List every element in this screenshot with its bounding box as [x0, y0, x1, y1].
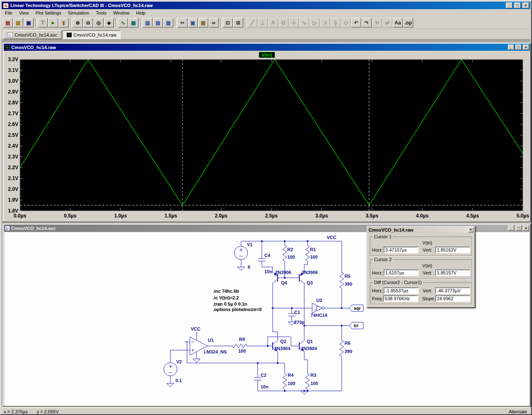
component-label[interactable]: 100 [310, 254, 318, 259]
component-label[interactable]: R5 [345, 274, 350, 279]
component-label[interactable]: Q2 [280, 339, 286, 344]
component-label[interactable]: 390 [345, 282, 352, 287]
component-label[interactable]: 74HC14 [310, 313, 328, 318]
place-inductor-icon[interactable]: ∿ [299, 18, 309, 27]
component-label[interactable]: Q1 [307, 339, 313, 344]
component-label[interactable]: V2 [176, 359, 182, 364]
component-label[interactable]: 2N3904 [301, 346, 317, 351]
component-label[interactable]: C1 [294, 310, 300, 315]
component-label[interactable]: LM324_NS [204, 349, 227, 354]
voltage-source-symbol[interactable] [234, 246, 248, 259]
wire[interactable] [262, 261, 273, 267]
open-file-icon[interactable]: ▨ [13, 18, 23, 27]
voltage-source-symbol[interactable] [164, 363, 177, 376]
wire[interactable] [340, 272, 344, 288]
component-label[interactable]: R6 [345, 341, 350, 346]
save-icon[interactable]: ▣ [24, 18, 34, 27]
spice-directive-text[interactable]: .options plotwinsize=0 [213, 307, 262, 312]
menu-simulation[interactable]: Simulation [64, 10, 92, 16]
restore-button[interactable]: □ [514, 2, 521, 8]
menu-file[interactable]: File [2, 10, 16, 16]
place-component-icon[interactable]: ⊃ [320, 18, 330, 27]
minimize-button[interactable]: _ [508, 44, 514, 50]
component-label[interactable]: R4 [288, 373, 294, 378]
wire[interactable] [273, 332, 278, 335]
find-icon[interactable]: ∞ [209, 18, 219, 27]
spice-directive-icon[interactable]: .op [403, 18, 413, 27]
component-label[interactable]: C2 [261, 373, 266, 378]
component-label[interactable]: V1 [247, 242, 252, 247]
waveform-window-title-bar[interactable]: ∿ CmosVCO_hc14.raw _ □ × [4, 44, 530, 51]
cursor1-horz-field[interactable] [384, 247, 419, 253]
spice-directive-text[interactable]: .tran 0 5µ 0 0.1n [213, 301, 247, 306]
plot-settings-icon[interactable]: ▦ [128, 18, 138, 27]
waveform-plot-area[interactable]: V(tri) 3.2V3.1V3.0V2.9V2.8V2.7V2.6V2.5V2… [4, 51, 530, 222]
mirror-icon[interactable]: ⇄ [382, 18, 392, 27]
component-label[interactable]: U1 [208, 338, 214, 343]
component-label[interactable]: R1 [310, 247, 316, 252]
component-label[interactable]: 2N3904 [274, 346, 291, 351]
close-button[interactable]: × [523, 44, 529, 50]
component-label[interactable]: 10n [261, 384, 268, 389]
wire[interactable] [283, 373, 287, 389]
component-label[interactable]: 100 [238, 348, 246, 353]
ground-symbol[interactable] [167, 383, 174, 387]
zoom-full-icon[interactable]: ◎ [94, 18, 103, 27]
trace-legend[interactable]: V(tri) [259, 52, 275, 58]
print-preview-icon[interactable]: ⊞ [233, 18, 243, 27]
menu-plot-settings[interactable]: Plot Settings [32, 10, 64, 16]
close-button[interactable]: × [522, 2, 529, 8]
wire[interactable] [283, 245, 287, 261]
component-label[interactable]: 10n [264, 269, 272, 274]
wire[interactable] [305, 373, 310, 389]
draw-wire-icon[interactable]: ╱ [247, 18, 257, 27]
cursor2-vert-field[interactable] [435, 269, 470, 276]
component-label[interactable]: R2 [287, 247, 293, 252]
place-resistor-icon[interactable]: Ω [278, 18, 288, 27]
restore-button[interactable]: □ [515, 44, 522, 50]
run-icon[interactable]: ► [48, 18, 58, 27]
rotate-icon[interactable]: ↻ [372, 18, 382, 27]
tile-vertical-icon[interactable]: ▥ [143, 18, 153, 27]
text-icon[interactable]: Aa [393, 18, 403, 27]
new-schematic-icon[interactable]: ▤ [3, 18, 13, 27]
cut-icon[interactable]: ✂ [177, 18, 187, 27]
tab-waveform-file[interactable]: ∿ CmosVCO_hc14.raw [62, 30, 121, 39]
component-label[interactable]: 2N3906 [275, 270, 291, 275]
vcc-net-label[interactable]: VCC [327, 235, 336, 240]
component-label[interactable]: 2N3906 [302, 270, 318, 275]
cursor-dialog-title-bar[interactable]: CmosVCO_hc14.raw × [367, 227, 475, 233]
drag-icon[interactable]: ◇ [341, 18, 351, 27]
ground-symbol[interactable] [193, 359, 200, 362]
inverter-symbol[interactable] [312, 303, 322, 313]
cursor1-vert-field[interactable] [435, 247, 470, 253]
menu-view[interactable]: View [16, 10, 32, 16]
menu-window[interactable]: Window [110, 10, 133, 16]
diff-slope-field[interactable] [435, 295, 470, 302]
wire[interactable] [305, 245, 310, 261]
component-label[interactable]: Q3 [307, 280, 313, 285]
diff-freq-field[interactable] [383, 295, 418, 302]
place-ground-icon[interactable]: ⊥ [258, 18, 268, 27]
diff-vert-field[interactable] [435, 287, 470, 294]
paste-icon[interactable]: ▤ [198, 18, 208, 27]
wire[interactable] [340, 340, 344, 356]
diff-horz-field[interactable] [384, 287, 419, 294]
autorange-icon[interactable]: ∿ [118, 18, 128, 27]
place-label-icon[interactable]: A [268, 18, 278, 27]
menu-help[interactable]: Help [133, 10, 149, 16]
minimize-button[interactable]: _ [508, 225, 514, 231]
component-label[interactable]: R9 [239, 337, 245, 342]
ground-symbol[interactable] [237, 267, 245, 270]
close-button[interactable]: × [523, 225, 529, 231]
minimize-button[interactable]: _ [506, 2, 512, 8]
component-label[interactable]: 390 [345, 349, 352, 354]
component-label[interactable]: 270p [294, 320, 305, 325]
zoom-in-icon[interactable]: ⊕ [73, 18, 83, 27]
wire[interactable] [304, 357, 308, 373]
component-label[interactable]: Q4 [281, 280, 288, 285]
cursor2-horz-field[interactable] [384, 269, 419, 276]
spice-directive-text[interactable]: .inc 74hc.lib [213, 289, 239, 294]
component-label[interactable]: U2 [316, 298, 322, 303]
move-icon[interactable]: ╬ [330, 18, 340, 27]
